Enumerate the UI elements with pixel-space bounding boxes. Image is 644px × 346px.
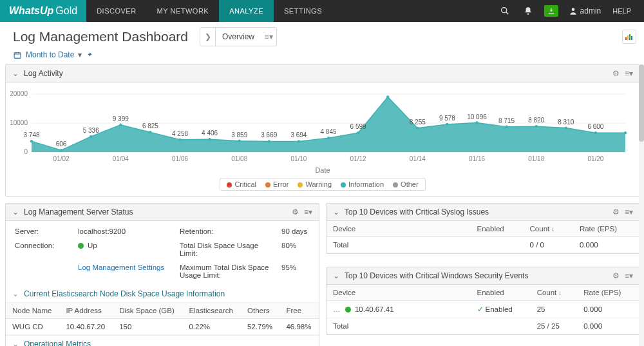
row-menu-icon[interactable]: … xyxy=(333,305,341,313)
panel-header[interactable]: ⌄ Log Activity ⚙ ≡▾ xyxy=(6,65,639,82)
svg-text:9 578: 9 578 xyxy=(439,115,455,122)
col-disk[interactable]: Disk Space (GB) xyxy=(113,303,182,319)
user-menu[interactable]: admin xyxy=(565,6,605,15)
top-bar: WhatsUpGold DISCOVERMY NETWORKANALYZESET… xyxy=(0,0,644,22)
es-section-title: Current Elasticsearch Node Disk Space Us… xyxy=(24,289,225,298)
check-icon: ✓ xyxy=(477,305,484,313)
svg-line-1 xyxy=(506,12,508,14)
op-metrics-section-header[interactable]: ⌄ Operational Metrics xyxy=(6,335,319,346)
nav-discover[interactable]: DISCOVER xyxy=(86,0,146,22)
table-row[interactable]: … 10.40.67.41 ✓Enabled 25 0.000 xyxy=(327,301,639,318)
download-button[interactable] xyxy=(542,0,561,22)
svg-text:10000: 10000 xyxy=(10,119,28,126)
svg-point-51 xyxy=(535,125,538,128)
chevron-down-icon: ⌄ xyxy=(12,69,21,78)
svg-point-24 xyxy=(119,124,122,126)
svg-text:8 715: 8 715 xyxy=(498,117,515,124)
pin-icon[interactable] xyxy=(86,51,93,59)
svg-text:01/02: 01/02 xyxy=(53,155,70,162)
mtdsl-label: Maximum Total Disk Space Usage Limit: xyxy=(180,264,276,279)
svg-rect-8 xyxy=(14,52,21,58)
panel-menu-icon[interactable]: ≡▾ xyxy=(625,271,633,280)
help-link[interactable]: HELP xyxy=(609,7,635,15)
col-count[interactable]: Count↓ xyxy=(531,285,578,301)
chevron-down-icon: ⌄ xyxy=(12,289,21,298)
retention-label: Retention: xyxy=(180,227,276,235)
panel-header[interactable]: ⌄ Top 10 Devices with Critical Syslog Is… xyxy=(327,204,639,221)
panel-menu-icon[interactable]: ≡▾ xyxy=(304,207,312,216)
retention-value: 90 days xyxy=(281,227,333,235)
mtdsl-value: 95% xyxy=(281,264,333,279)
nav-analyze[interactable]: ANALYZE xyxy=(219,0,274,22)
legend-item[interactable]: Critical xyxy=(227,180,256,188)
tdsl-value: 80% xyxy=(281,242,333,257)
right-column: ⌄ Top 10 Devices with Critical Syslog Is… xyxy=(326,203,640,346)
svg-point-0 xyxy=(501,8,506,13)
connection-text: Up xyxy=(88,242,97,249)
gear-icon[interactable]: ⚙ xyxy=(612,69,620,78)
cell-count: 0 / 0 xyxy=(524,237,573,253)
col-node[interactable]: Node Name xyxy=(6,303,59,319)
panel-menu-icon[interactable]: ≡▾ xyxy=(625,69,633,78)
svg-point-30 xyxy=(208,138,211,140)
brand-name: WhatsUp xyxy=(9,5,53,17)
date-range-dropdown-icon[interactable]: ▾ xyxy=(78,50,82,59)
svg-text:01/12: 01/12 xyxy=(350,155,366,162)
nav-settings[interactable]: SETTINGS xyxy=(274,0,332,22)
panel-header[interactable]: ⌄ Top 10 Devices with Critical Windows S… xyxy=(327,267,639,285)
legend-item[interactable]: Information xyxy=(341,180,384,188)
brand-suffix: Gold xyxy=(55,5,77,17)
gear-icon[interactable]: ⚙ xyxy=(292,207,299,216)
legend-item[interactable]: Warning xyxy=(298,180,332,188)
chart-x-axis-label: Date xyxy=(6,166,639,174)
tab-label: Overview xyxy=(216,32,261,41)
col-enabled[interactable]: Enabled xyxy=(471,285,531,301)
top-tools: admin HELP xyxy=(495,0,644,22)
svg-point-32 xyxy=(238,139,241,142)
calendar-icon[interactable] xyxy=(13,51,22,59)
svg-text:01/10: 01/10 xyxy=(290,155,307,162)
panel-header[interactable]: ⌄ Log Management Server Status ⚙ ≡▾ xyxy=(6,204,319,221)
legend-item[interactable]: Other xyxy=(393,180,419,188)
search-icon[interactable] xyxy=(495,0,515,22)
gear-icon[interactable]: ⚙ xyxy=(612,207,620,216)
server-label: Server: xyxy=(15,227,73,235)
syslog-table: Device Enabled Count↓ Rate (EPS) Total 0… xyxy=(327,221,639,253)
nav-my-network[interactable]: MY NETWORK xyxy=(147,0,220,22)
tab-menu-icon[interactable]: ≡▾ xyxy=(261,32,276,41)
svg-text:8 255: 8 255 xyxy=(410,119,426,126)
panel-critical-winsec: ⌄ Top 10 Devices with Critical Windows S… xyxy=(326,267,640,335)
panel-menu-icon[interactable]: ≡▾ xyxy=(625,207,633,216)
cell-rate: 0.000 xyxy=(577,318,639,334)
chart-toggle-icon[interactable] xyxy=(622,30,636,44)
col-rate[interactable]: Rate (EPS) xyxy=(573,221,639,237)
tdsl-label: Total Disk Space Usage Limit: xyxy=(180,242,276,257)
col-device[interactable]: Device xyxy=(327,221,471,237)
status-dot-icon xyxy=(345,307,351,312)
brand-logo[interactable]: WhatsUpGold xyxy=(0,0,86,22)
col-device[interactable]: Device xyxy=(327,285,471,301)
es-disk-section-header[interactable]: ⌄ Current Elasticsearch Node Disk Space … xyxy=(6,285,319,303)
legend-item[interactable]: Error xyxy=(265,180,289,188)
col-enabled[interactable]: Enabled xyxy=(471,221,524,237)
date-range-label[interactable]: Month to Date xyxy=(26,50,74,59)
table-row[interactable]: WUG CD 10.40.67.20 150 0.22% 52.79% 46.9… xyxy=(6,319,319,335)
view-tab[interactable]: ❯ Overview ≡▾ xyxy=(200,27,277,46)
cell-device: Total xyxy=(327,237,471,253)
panel-title: Log Management Server Status xyxy=(24,207,287,216)
col-count[interactable]: Count↓ xyxy=(524,221,573,237)
col-ip[interactable]: IP Address xyxy=(59,303,113,319)
col-free[interactable]: Free xyxy=(279,303,319,319)
svg-point-18 xyxy=(30,140,33,142)
notifications-icon[interactable] xyxy=(518,0,538,22)
col-es[interactable]: Elasticsearch xyxy=(182,303,241,319)
svg-point-34 xyxy=(268,140,270,142)
log-mgmt-settings-link[interactable]: Log Management Settings xyxy=(78,264,175,279)
scrollbar-thumb[interactable] xyxy=(639,64,644,142)
svg-point-3 xyxy=(571,8,574,11)
col-rate[interactable]: Rate (EPS) xyxy=(577,285,639,301)
col-others[interactable]: Others xyxy=(241,303,279,319)
gear-icon[interactable]: ⚙ xyxy=(612,271,620,280)
svg-text:10 096: 10 096 xyxy=(467,113,487,120)
svg-rect-6 xyxy=(629,34,630,40)
